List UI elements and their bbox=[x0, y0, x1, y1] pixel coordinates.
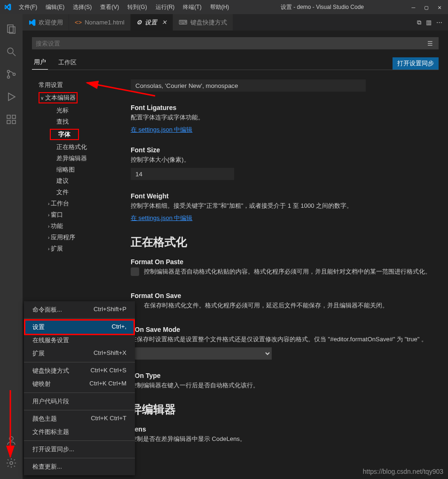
activity-bar bbox=[0, 14, 23, 479]
toc-application[interactable]: ›应用程序 bbox=[39, 232, 112, 243]
toc-text-editor[interactable]: ∨文本编辑器 bbox=[39, 92, 78, 103]
run-debug-icon[interactable] bbox=[0, 86, 23, 108]
toc-features[interactable]: ›功能 bbox=[39, 220, 112, 232]
menu-item-shortcut: Ctrl+Shift+P bbox=[94, 306, 126, 314]
menu-selection[interactable]: 选择(S) bbox=[69, 1, 95, 13]
menu-view[interactable]: 查看(V) bbox=[96, 1, 123, 13]
keyboard-icon: ⌨ bbox=[179, 19, 188, 26]
toc-formatting[interactable]: 正在格式化 bbox=[39, 141, 112, 153]
scope-user-tab[interactable]: 用户 bbox=[32, 55, 48, 70]
svg-point-13 bbox=[10, 462, 13, 464]
menu-item-设置[interactable]: 设置Ctrl+, bbox=[24, 321, 135, 334]
vscode-icon bbox=[28, 19, 36, 26]
menu-item-在线服务设置[interactable]: 在线服务设置 bbox=[24, 334, 135, 347]
svg-rect-8 bbox=[7, 115, 10, 118]
menu-edit[interactable]: 编辑(E) bbox=[42, 1, 68, 13]
chevron-right-icon: › bbox=[48, 212, 49, 218]
svg-marker-7 bbox=[8, 93, 15, 101]
chevron-right-icon: › bbox=[48, 246, 49, 251]
section-diff-editor: 异编辑器 bbox=[131, 402, 434, 417]
format-on-save-mode-select[interactable] bbox=[131, 347, 272, 360]
tab-keyboard-shortcuts[interactable]: ⌨ 键盘快捷方式 bbox=[173, 14, 233, 31]
menu-item-键映射[interactable]: 键映射Ctrl+K Ctrl+M bbox=[24, 377, 135, 391]
maximize-button[interactable]: ▢ bbox=[424, 4, 428, 11]
font-weight-title: Font Weight bbox=[131, 192, 434, 200]
minimize-button[interactable]: — bbox=[412, 4, 416, 11]
editor-tabs: 欢迎使用 <> Noname1.html ⚙ 设置 ✕ ⌨ 键盘快捷方式 ⧉ ▥… bbox=[23, 14, 448, 31]
menu-item-shortcut: Ctrl+, bbox=[112, 323, 126, 331]
menu-item-shortcut: Ctrl+K Ctrl+T bbox=[91, 415, 126, 423]
menu-item-命令面板...[interactable]: 命令面板...Ctrl+Shift+P bbox=[24, 303, 135, 316]
split-editor-icon[interactable]: ▥ bbox=[426, 19, 432, 26]
tab-welcome[interactable]: 欢迎使用 bbox=[23, 14, 69, 31]
edit-in-settings-json-link[interactable]: 在 settings.json 中编辑 bbox=[131, 126, 434, 134]
titlebar: 文件(F) 编辑(E) 选择(S) 查看(V) 转到(G) 运行(R) 终端(T… bbox=[0, 0, 448, 14]
codelens-desc: 控制是否在差异编辑器中显示 CodeLens。 bbox=[131, 435, 434, 443]
toc-diff[interactable]: 差异编辑器 bbox=[39, 153, 112, 164]
gear-icon: ⚙ bbox=[136, 19, 142, 26]
menu-terminal[interactable]: 终端(T) bbox=[179, 1, 205, 13]
svg-line-3 bbox=[13, 53, 16, 56]
menu-item-label: 扩展 bbox=[32, 349, 45, 358]
format-on-type-desc: 控制编辑器在键入一行后是否自动格式化该行。 bbox=[131, 381, 434, 390]
toc-cursor[interactable]: 光标 bbox=[39, 105, 112, 116]
menu-separator bbox=[24, 410, 135, 410]
manage-context-menu: 命令面板...Ctrl+Shift+P设置Ctrl+,在线服务设置扩展Ctrl+… bbox=[24, 301, 135, 475]
tab-label: 键盘快捷方式 bbox=[190, 18, 227, 27]
settings-content[interactable]: Font Ligatures 配置字体连字或字体功能。 在 settings.j… bbox=[112, 79, 439, 474]
menu-item-打开设置同步...[interactable]: 打开设置同步... bbox=[24, 443, 135, 456]
font-size-input[interactable] bbox=[131, 168, 234, 180]
menu-file[interactable]: 文件(F) bbox=[15, 1, 41, 13]
open-settings-json-icon[interactable]: ⧉ bbox=[417, 19, 421, 26]
menu-item-扩展[interactable]: 扩展Ctrl+Shift+X bbox=[24, 347, 135, 360]
menu-item-检查更新...[interactable]: 检查更新... bbox=[24, 460, 135, 473]
close-icon[interactable]: ✕ bbox=[162, 19, 167, 26]
menu-item-label: 检查更新... bbox=[32, 463, 62, 471]
manage-gear-icon[interactable] bbox=[0, 452, 23, 474]
font-family-input[interactable] bbox=[131, 79, 366, 92]
toc-suggest[interactable]: 建议 bbox=[39, 175, 112, 187]
tab-noname-html[interactable]: <> Noname1.html bbox=[69, 14, 131, 31]
menu-run[interactable]: 运行(R) bbox=[152, 1, 179, 13]
source-control-icon[interactable] bbox=[0, 63, 23, 86]
toc-minimap[interactable]: 缩略图 bbox=[39, 164, 112, 175]
toc-files[interactable]: 文件 bbox=[39, 187, 112, 198]
tab-label: 设置 bbox=[145, 18, 157, 27]
more-actions-icon[interactable]: ⋯ bbox=[436, 19, 442, 26]
menu-item-label: 在线服务设置 bbox=[32, 336, 69, 345]
menu-item-键盘快捷方式[interactable]: 键盘快捷方式Ctrl+K Ctrl+S bbox=[24, 364, 135, 377]
menu-go[interactable]: 转到(G) bbox=[124, 1, 150, 13]
menu-help[interactable]: 帮助(H) bbox=[206, 1, 233, 13]
toc-common[interactable]: 常用设置 bbox=[39, 79, 112, 91]
toc-font[interactable]: 字体 bbox=[50, 129, 79, 140]
settings-scope-tabs: 用户 工作区 打开设置同步 bbox=[32, 55, 439, 70]
menu-separator bbox=[24, 440, 135, 441]
format-on-save-title: Format On Save bbox=[131, 292, 434, 299]
section-formatting: 正在格式化 bbox=[131, 235, 434, 250]
toc-workbench[interactable]: ›工作台 bbox=[39, 198, 112, 209]
search-icon[interactable] bbox=[0, 40, 23, 63]
menu-item-文件图标主题[interactable]: 文件图标主题 bbox=[24, 425, 135, 439]
explorer-icon[interactable] bbox=[0, 18, 23, 40]
open-settings-sync-button[interactable]: 打开设置同步 bbox=[393, 57, 439, 70]
scope-workspace-tab[interactable]: 工作区 bbox=[56, 55, 79, 70]
toc-window[interactable]: ›窗口 bbox=[39, 209, 112, 220]
settings-search-input[interactable] bbox=[32, 37, 439, 49]
toc-find[interactable]: 查找 bbox=[39, 116, 112, 127]
format-on-save-mode-title: t On Save Mode bbox=[131, 326, 434, 333]
format-on-save-desc: 在保存时格式化文件。格式化程序必须可用，延迟后文件不能保存，并且编辑器不能关闭。 bbox=[144, 301, 388, 310]
chevron-right-icon: › bbox=[48, 224, 49, 229]
menu-item-颜色主题[interactable]: 颜色主题Ctrl+K Ctrl+T bbox=[24, 412, 135, 425]
close-button[interactable]: ✕ bbox=[438, 4, 441, 11]
tab-settings[interactable]: ⚙ 设置 ✕ bbox=[131, 14, 173, 31]
menu-item-label: 命令面板... bbox=[32, 306, 62, 314]
menu-item-用户代码片段[interactable]: 用户代码片段 bbox=[24, 395, 135, 408]
toc-extensions[interactable]: ›扩展 bbox=[39, 243, 112, 254]
edit-in-settings-json-link-2[interactable]: 在 settings.json 中编辑 bbox=[131, 214, 434, 222]
format-on-save-mode-desc: 在保存时设置格式是设置整个文件格式还是仅设置修改内容的格式。仅当 "#edito… bbox=[131, 335, 434, 344]
extensions-icon[interactable] bbox=[0, 108, 23, 131]
accounts-icon[interactable] bbox=[0, 429, 23, 452]
chevron-right-icon: › bbox=[48, 201, 49, 206]
format-on-paste-checkbox[interactable] bbox=[131, 267, 139, 276]
filter-icon[interactable]: ☰ bbox=[427, 40, 433, 47]
